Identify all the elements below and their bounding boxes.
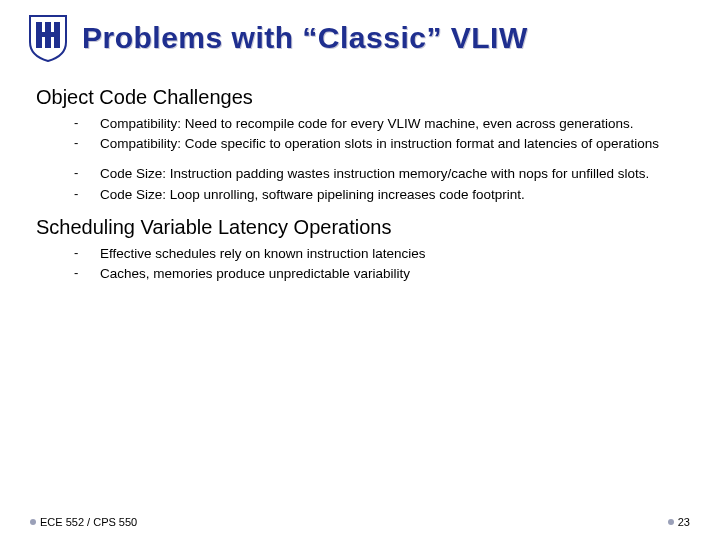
bullet-dash-icon: - <box>72 186 100 201</box>
list-item: - Caches, memories produce unpredictable… <box>72 265 684 283</box>
bullet-text: Compatibility: Code specific to operatio… <box>100 135 659 153</box>
bullet-dash-icon: - <box>72 245 100 260</box>
bullet-text: Code Size: Instruction padding wastes in… <box>100 165 649 183</box>
bullet-group: - Code Size: Instruction padding wastes … <box>72 165 684 203</box>
svg-rect-3 <box>36 32 60 37</box>
section-heading: Object Code Challenges <box>36 86 684 109</box>
slide-header: Problems with “Classic” VLIW <box>0 0 720 70</box>
footer-left-text: ECE 552 / CPS 550 <box>40 516 137 528</box>
section-heading: Scheduling Variable Latency Operations <box>36 216 684 239</box>
slide-content: Object Code Challenges - Compatibility: … <box>0 70 720 283</box>
bullet-dash-icon: - <box>72 265 100 280</box>
bullet-text: Compatibility: Need to recompile code fo… <box>100 115 634 133</box>
bullet-dash-icon: - <box>72 115 100 130</box>
footer-course-label: ECE 552 / CPS 550 <box>30 516 137 528</box>
slide-title: Problems with “Classic” VLIW <box>82 21 528 55</box>
list-item: - Code Size: Loop unrolling, software pi… <box>72 186 684 204</box>
footer-right-text: 23 <box>678 516 690 528</box>
footer-page-number: 23 <box>668 516 690 528</box>
bullet-dash-icon: - <box>72 165 100 180</box>
bullet-group: - Compatibility: Need to recompile code … <box>72 115 684 153</box>
bullet-dash-icon: - <box>72 135 100 150</box>
bullet-text: Effective schedules rely on known instru… <box>100 245 425 263</box>
slide-footer: ECE 552 / CPS 550 23 <box>0 516 720 528</box>
bullet-dot-icon <box>668 519 674 525</box>
university-shield-logo <box>28 14 68 62</box>
bullet-text: Caches, memories produce unpredictable v… <box>100 265 410 283</box>
bullet-dot-icon <box>30 519 36 525</box>
bullet-group: - Effective schedules rely on known inst… <box>72 245 684 283</box>
bullet-text: Code Size: Loop unrolling, software pipe… <box>100 186 525 204</box>
list-item: - Compatibility: Need to recompile code … <box>72 115 684 133</box>
list-item: - Compatibility: Code specific to operat… <box>72 135 684 153</box>
list-item: - Code Size: Instruction padding wastes … <box>72 165 684 183</box>
list-item: - Effective schedules rely on known inst… <box>72 245 684 263</box>
